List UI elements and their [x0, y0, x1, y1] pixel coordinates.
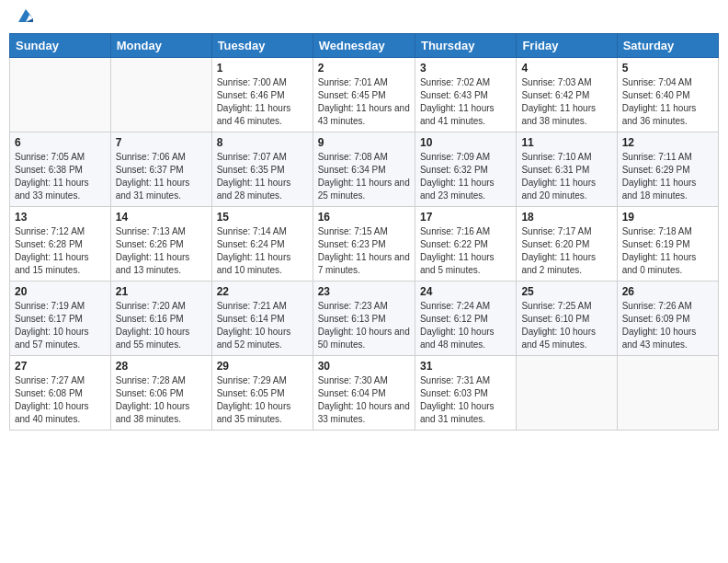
calendar-cell: 14Sunrise: 7:13 AM Sunset: 6:26 PM Dayli… [110, 207, 211, 282]
day-number: 21 [116, 285, 207, 298]
day-info: Sunrise: 7:13 AM Sunset: 6:26 PM Dayligh… [116, 225, 207, 277]
day-info: Sunrise: 7:24 AM Sunset: 6:12 PM Dayligh… [420, 300, 511, 351]
day-number: 12 [622, 136, 713, 149]
calendar-cell: 9Sunrise: 7:08 AM Sunset: 6:34 PM Daylig… [313, 132, 415, 207]
day-number: 11 [521, 136, 611, 149]
week-row-1: 1Sunrise: 7:00 AM Sunset: 6:46 PM Daylig… [10, 58, 719, 132]
day-number: 22 [217, 285, 308, 298]
calendar-cell: 15Sunrise: 7:14 AM Sunset: 6:24 PM Dayli… [211, 207, 313, 282]
calendar-cell: 4Sunrise: 7:03 AM Sunset: 6:42 PM Daylig… [517, 58, 617, 132]
weekday-header-row: SundayMondayTuesdayWednesdayThursdayFrid… [10, 34, 719, 58]
week-row-4: 20Sunrise: 7:19 AM Sunset: 6:17 PM Dayli… [10, 282, 719, 356]
day-info: Sunrise: 7:04 AM Sunset: 6:40 PM Dayligh… [622, 76, 713, 128]
calendar-cell: 10Sunrise: 7:09 AM Sunset: 6:32 PM Dayli… [415, 132, 516, 207]
calendar-cell: 6Sunrise: 7:05 AM Sunset: 6:38 PM Daylig… [10, 132, 111, 207]
header-saturday: Saturday [617, 34, 718, 58]
calendar-cell: 12Sunrise: 7:11 AM Sunset: 6:29 PM Dayli… [617, 132, 718, 207]
day-number: 30 [318, 360, 410, 373]
day-number: 17 [420, 211, 511, 224]
calendar-cell: 21Sunrise: 7:20 AM Sunset: 6:16 PM Dayli… [110, 282, 211, 356]
day-number: 7 [116, 136, 207, 149]
day-number: 3 [420, 62, 511, 75]
day-number: 8 [217, 136, 308, 149]
day-number: 31 [420, 360, 511, 373]
calendar-cell [110, 58, 211, 132]
day-number: 18 [521, 211, 611, 224]
calendar-cell: 26Sunrise: 7:26 AM Sunset: 6:09 PM Dayli… [617, 282, 718, 356]
day-number: 1 [217, 62, 308, 75]
day-number: 27 [15, 360, 106, 373]
calendar-cell: 17Sunrise: 7:16 AM Sunset: 6:22 PM Dayli… [415, 207, 516, 282]
day-info: Sunrise: 7:19 AM Sunset: 6:17 PM Dayligh… [15, 300, 106, 351]
day-info: Sunrise: 7:07 AM Sunset: 6:35 PM Dayligh… [217, 151, 308, 202]
calendar-cell: 31Sunrise: 7:31 AM Sunset: 6:03 PM Dayli… [415, 356, 516, 431]
day-info: Sunrise: 7:23 AM Sunset: 6:13 PM Dayligh… [318, 300, 410, 351]
calendar-cell: 28Sunrise: 7:28 AM Sunset: 6:06 PM Dayli… [110, 356, 211, 431]
calendar-cell: 30Sunrise: 7:30 AM Sunset: 6:04 PM Dayli… [313, 356, 415, 431]
calendar-cell [517, 356, 617, 431]
day-info: Sunrise: 7:17 AM Sunset: 6:20 PM Dayligh… [521, 225, 611, 277]
calendar-cell: 16Sunrise: 7:15 AM Sunset: 6:23 PM Dayli… [313, 207, 415, 282]
day-info: Sunrise: 7:05 AM Sunset: 6:38 PM Dayligh… [15, 151, 106, 202]
calendar-cell: 3Sunrise: 7:02 AM Sunset: 6:43 PM Daylig… [415, 58, 516, 132]
day-info: Sunrise: 7:16 AM Sunset: 6:22 PM Dayligh… [420, 225, 511, 277]
calendar-table: SundayMondayTuesdayWednesdayThursdayFrid… [9, 33, 719, 431]
calendar-cell [10, 58, 111, 132]
day-number: 23 [318, 285, 410, 298]
day-info: Sunrise: 7:09 AM Sunset: 6:32 PM Dayligh… [420, 151, 511, 202]
day-info: Sunrise: 7:25 AM Sunset: 6:10 PM Dayligh… [521, 300, 611, 351]
calendar-cell [617, 356, 718, 431]
week-row-3: 13Sunrise: 7:12 AM Sunset: 6:28 PM Dayli… [10, 207, 719, 282]
day-info: Sunrise: 7:30 AM Sunset: 6:04 PM Dayligh… [318, 374, 410, 426]
logo-icon [15, 6, 37, 28]
calendar-cell: 8Sunrise: 7:07 AM Sunset: 6:35 PM Daylig… [211, 132, 313, 207]
calendar-cell: 13Sunrise: 7:12 AM Sunset: 6:28 PM Dayli… [10, 207, 111, 282]
day-info: Sunrise: 7:02 AM Sunset: 6:43 PM Dayligh… [420, 76, 511, 128]
header-thursday: Thursday [415, 34, 516, 58]
day-info: Sunrise: 7:31 AM Sunset: 6:03 PM Dayligh… [420, 374, 511, 426]
week-row-5: 27Sunrise: 7:27 AM Sunset: 6:08 PM Dayli… [10, 356, 719, 431]
calendar-cell: 11Sunrise: 7:10 AM Sunset: 6:31 PM Dayli… [517, 132, 617, 207]
day-info: Sunrise: 7:06 AM Sunset: 6:37 PM Dayligh… [116, 151, 207, 202]
day-info: Sunrise: 7:12 AM Sunset: 6:28 PM Dayligh… [15, 225, 106, 277]
calendar-cell: 24Sunrise: 7:24 AM Sunset: 6:12 PM Dayli… [415, 282, 516, 356]
day-info: Sunrise: 7:01 AM Sunset: 6:45 PM Dayligh… [318, 76, 410, 128]
header-tuesday: Tuesday [211, 34, 313, 58]
day-number: 24 [420, 285, 511, 298]
day-number: 5 [622, 62, 713, 75]
day-number: 20 [15, 285, 106, 298]
day-info: Sunrise: 7:28 AM Sunset: 6:06 PM Dayligh… [116, 374, 207, 426]
day-number: 25 [521, 285, 611, 298]
day-info: Sunrise: 7:00 AM Sunset: 6:46 PM Dayligh… [217, 76, 308, 128]
day-info: Sunrise: 7:26 AM Sunset: 6:09 PM Dayligh… [622, 300, 713, 351]
day-number: 4 [521, 62, 611, 75]
day-number: 15 [217, 211, 308, 224]
day-number: 14 [116, 211, 207, 224]
day-number: 19 [622, 211, 713, 224]
header-friday: Friday [517, 34, 617, 58]
page-header [9, 9, 719, 28]
logo [13, 13, 37, 28]
day-number: 9 [318, 136, 410, 149]
calendar-cell: 7Sunrise: 7:06 AM Sunset: 6:37 PM Daylig… [110, 132, 211, 207]
calendar-cell: 27Sunrise: 7:27 AM Sunset: 6:08 PM Dayli… [10, 356, 111, 431]
day-info: Sunrise: 7:14 AM Sunset: 6:24 PM Dayligh… [217, 225, 308, 277]
calendar-cell: 19Sunrise: 7:18 AM Sunset: 6:19 PM Dayli… [617, 207, 718, 282]
calendar-cell: 1Sunrise: 7:00 AM Sunset: 6:46 PM Daylig… [211, 58, 313, 132]
day-info: Sunrise: 7:21 AM Sunset: 6:14 PM Dayligh… [217, 300, 308, 351]
day-info: Sunrise: 7:08 AM Sunset: 6:34 PM Dayligh… [318, 151, 410, 202]
calendar-cell: 5Sunrise: 7:04 AM Sunset: 6:40 PM Daylig… [617, 58, 718, 132]
week-row-2: 6Sunrise: 7:05 AM Sunset: 6:38 PM Daylig… [10, 132, 719, 207]
day-number: 26 [622, 285, 713, 298]
day-info: Sunrise: 7:27 AM Sunset: 6:08 PM Dayligh… [15, 374, 106, 426]
calendar-cell: 20Sunrise: 7:19 AM Sunset: 6:17 PM Dayli… [10, 282, 111, 356]
day-number: 6 [15, 136, 106, 149]
day-number: 28 [116, 360, 207, 373]
day-info: Sunrise: 7:15 AM Sunset: 6:23 PM Dayligh… [318, 225, 410, 277]
day-number: 29 [217, 360, 308, 373]
header-sunday: Sunday [10, 34, 111, 58]
day-info: Sunrise: 7:20 AM Sunset: 6:16 PM Dayligh… [116, 300, 207, 351]
day-number: 2 [318, 62, 410, 75]
header-monday: Monday [110, 34, 211, 58]
day-number: 13 [15, 211, 106, 224]
